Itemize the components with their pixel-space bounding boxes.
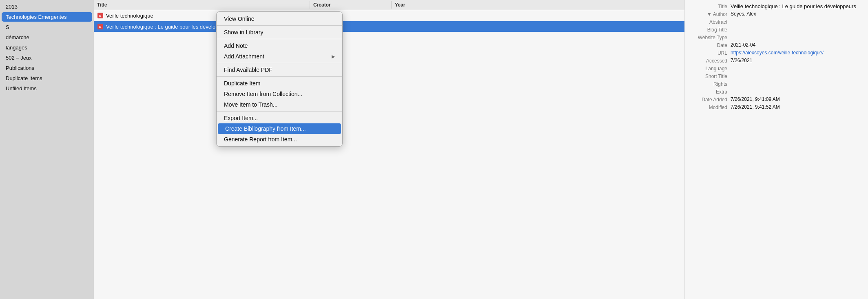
info-row-rights: Rights: [690, 81, 863, 87]
info-label-author: ▼ Author: [690, 11, 731, 17]
menu-separator-5: [217, 111, 342, 112]
row-date-2: [392, 26, 684, 27]
table-row-selected[interactable]: B Veille technologique : Le guide pour l…: [94, 21, 684, 32]
info-label-modified: Modified: [690, 104, 731, 110]
menu-separator-2: [217, 39, 342, 39]
info-row-extra: Extra: [690, 89, 863, 95]
info-label-date: Date: [690, 42, 731, 48]
info-row-modified: Modified 7/26/2021, 9:41:52 AM: [690, 104, 863, 110]
info-label-url: URL: [690, 50, 731, 56]
sidebar-item-technologies[interactable]: Technologies Émergentes: [2, 12, 92, 22]
info-row-url: URL https://alexsoyes.com/veille-technol…: [690, 50, 863, 56]
info-value-author: Soyes, Alex: [731, 11, 863, 17]
col-header-year[interactable]: Year: [392, 1, 684, 9]
info-row-short-title: Short Title: [690, 73, 863, 79]
info-label-date-added: Date Added: [690, 96, 731, 103]
menu-item-export-item[interactable]: Export Item...: [217, 113, 342, 123]
menu-item-find-pdf[interactable]: Find Available PDF: [217, 65, 342, 75]
main-content: Title Creator Year B Veille technologiqu…: [94, 0, 684, 299]
info-value-accessed: 7/26/2021: [731, 58, 863, 63]
info-label-short-title: Short Title: [690, 73, 731, 79]
info-row-title: Title Veille technologique : Le guide po…: [690, 3, 863, 9]
sidebar-item-s[interactable]: S: [2, 22, 92, 32]
sidebar-item-demarche[interactable]: démarche: [2, 33, 92, 42]
row-date-1: [392, 15, 684, 16]
sidebar-item-publications[interactable]: Publications: [2, 63, 92, 73]
info-row-accessed: Accessed 7/26/2021: [690, 58, 863, 64]
menu-item-generate-report[interactable]: Generate Report from Item...: [217, 134, 342, 145]
blog-icon-2: B: [97, 23, 104, 30]
col-header-creator[interactable]: Creator: [310, 1, 392, 9]
sidebar-item-2013[interactable]: 2013: [2, 2, 92, 11]
menu-item-create-bibliography[interactable]: Create Bibliography from Item...: [218, 123, 341, 134]
info-label-language: Language: [690, 65, 731, 71]
info-row-date: Date 2021-02-04: [690, 42, 863, 48]
submenu-arrow-attachment: ▶: [332, 54, 335, 59]
info-panel: Title Veille technologique : Le guide po…: [684, 0, 868, 299]
info-value-url[interactable]: https://alexsoyes.com/veille-technologiq…: [731, 50, 863, 56]
sidebar-item-unfiled-items[interactable]: Unfiled Items: [2, 84, 92, 93]
info-value-title: Veille technologique : Le guide pour les…: [731, 3, 863, 9]
info-label-title: Title: [690, 3, 731, 9]
sidebar-item-502-jeux[interactable]: 502 – Jeux: [2, 53, 92, 62]
menu-item-move-to-trash[interactable]: Move Item to Trash...: [217, 99, 342, 110]
col-header-title[interactable]: Title: [94, 1, 310, 9]
info-row-author: ▼ Author Soyes, Alex: [690, 11, 863, 17]
menu-item-add-attachment[interactable]: Add Attachment ▶: [217, 51, 342, 62]
context-menu: View Online Show in Library Add Note Add…: [216, 11, 343, 147]
menu-item-duplicate-item[interactable]: Duplicate Item: [217, 78, 342, 89]
sidebar: 2013 Technologies Émergentes S démarche …: [0, 0, 94, 299]
table-row[interactable]: B Veille technologique Lagacé: [94, 10, 684, 21]
info-row-date-added: Date Added 7/26/2021, 9:41:09 AM: [690, 96, 863, 103]
menu-separator-1: [217, 25, 342, 26]
table-header: Title Creator Year: [94, 0, 684, 10]
author-triangle-icon: ▼: [707, 11, 713, 17]
info-label-extra: Extra: [690, 89, 731, 95]
info-value-modified: 7/26/2021, 9:41:52 AM: [731, 104, 863, 110]
info-label-abstract: Abstract: [690, 19, 731, 25]
sidebar-item-duplicate-items[interactable]: Duplicate Items: [2, 74, 92, 83]
info-row-website-type: Website Type: [690, 34, 863, 40]
menu-separator-4: [217, 76, 342, 77]
info-value-date: 2021-02-04: [731, 42, 863, 48]
menu-item-view-online[interactable]: View Online: [217, 13, 342, 24]
info-row-blog-title: Blog Title: [690, 27, 863, 33]
menu-item-remove-from-collection[interactable]: Remove Item from Collection...: [217, 89, 342, 99]
sidebar-item-langages[interactable]: langages: [2, 43, 92, 52]
menu-item-add-note[interactable]: Add Note: [217, 40, 342, 51]
info-value-date-added: 7/26/2021, 9:41:09 AM: [731, 96, 863, 102]
info-label-rights: Rights: [690, 81, 731, 87]
blog-icon-1: B: [97, 12, 104, 19]
table-area: Title Creator Year B Veille technologiqu…: [94, 0, 684, 299]
info-label-blog-title: Blog Title: [690, 27, 731, 33]
menu-separator-3: [217, 63, 342, 63]
menu-item-show-in-library[interactable]: Show in Library: [217, 27, 342, 38]
info-row-abstract: Abstract: [690, 19, 863, 25]
info-row-language: Language: [690, 65, 863, 71]
info-label-accessed: Accessed: [690, 58, 731, 64]
info-label-website-type: Website Type: [690, 34, 731, 40]
